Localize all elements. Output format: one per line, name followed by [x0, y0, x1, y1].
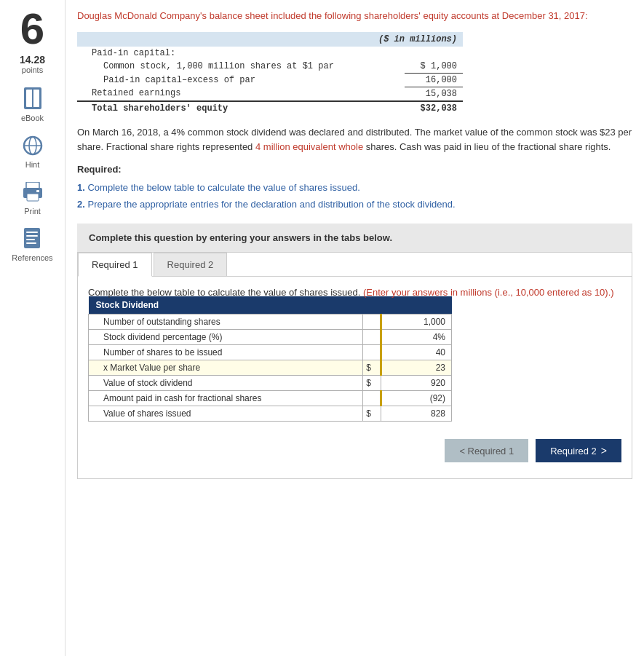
ebook-label: eBook	[21, 114, 44, 122]
table-row: x Market Value per share $ 23	[89, 360, 452, 376]
complete-box: Complete this question by entering your …	[77, 224, 632, 252]
sidebar-item-hint[interactable]: Hint	[20, 133, 46, 169]
tab1-instruction: Complete the below table to calculate th…	[88, 285, 621, 300]
hint-icon	[20, 133, 46, 159]
required-item-1: 1. Complete the below table to calculate…	[77, 179, 632, 196]
val-outstanding[interactable]: 1,000	[381, 315, 451, 330]
tab-required2[interactable]: Required 2	[154, 253, 228, 276]
svg-rect-10	[24, 228, 40, 248]
print-icon	[20, 179, 46, 205]
table-row: Value of shares issued $ 828	[89, 406, 452, 422]
required-header: Required:	[77, 164, 632, 175]
next-chevron: >	[601, 445, 607, 457]
balance-sheet-table: ($ in millions) Paid-in capital: Common …	[77, 32, 463, 115]
sidebar-item-ebook[interactable]: eBook	[20, 86, 46, 122]
points-value: 14.28	[20, 54, 45, 66]
table-row: Amount paid in cash for fractional share…	[89, 391, 452, 406]
val-num-shares[interactable]: 40	[381, 345, 451, 360]
nav-buttons: < Required 1 Required 2 >	[88, 432, 621, 470]
svg-rect-9	[36, 190, 39, 192]
svg-rect-13	[26, 239, 35, 240]
required-list: 1. Complete the below table to calculate…	[77, 179, 632, 213]
tabs-container: Required 1 Required 2 Complete the below…	[77, 252, 632, 480]
table-row: Value of stock dividend $ 920	[89, 376, 452, 391]
th-stock-dividend: Stock Dividend	[89, 296, 363, 315]
references-icon	[19, 226, 45, 252]
tab1-content: Complete the below table to calculate th…	[78, 277, 632, 479]
table-row: Number of shares to be issued 40	[89, 345, 452, 360]
points-label: points	[22, 66, 43, 74]
svg-rect-11	[26, 232, 38, 233]
next-button[interactable]: Required 2 >	[536, 439, 621, 462]
val-cash-fractional[interactable]: (92)	[381, 391, 451, 406]
val-shares-issued: 828	[381, 406, 451, 422]
print-label: Print	[24, 207, 41, 216]
svg-rect-8	[27, 194, 39, 201]
val-pct[interactable]: 4%	[381, 330, 451, 345]
required-item-2: 2. Prepare the appropriate entries for t…	[77, 196, 632, 213]
description-text: On March 16, 2018, a 4% common stock div…	[77, 125, 632, 156]
ebook-icon	[20, 86, 46, 112]
hint-label: Hint	[25, 160, 40, 169]
tabs-header: Required 1 Required 2	[78, 253, 632, 277]
problem-number: 6	[20, 7, 44, 51]
svg-rect-12	[26, 235, 38, 237]
prev-button[interactable]: < Required 1	[445, 439, 528, 462]
table-row: Stock dividend percentage (%) 4%	[89, 330, 452, 345]
svg-rect-14	[26, 242, 36, 244]
tab-required1[interactable]: Required 1	[78, 253, 152, 277]
stock-dividend-table-full: Stock Dividend Number of outstanding sha…	[88, 296, 452, 422]
table-row: Number of outstanding shares 1,000	[89, 315, 452, 330]
sidebar-item-references[interactable]: References	[12, 226, 52, 262]
references-label: References	[12, 253, 52, 262]
val-stock-dividend: 920	[381, 376, 451, 391]
main-content: Douglas McDonald Company's balance sheet…	[65, 0, 644, 656]
val-market-price[interactable]: 23	[381, 360, 451, 376]
sidebar: 6 14.28 points eBook	[0, 0, 65, 656]
sidebar-item-print[interactable]: Print	[20, 179, 46, 216]
question-text: Douglas McDonald Company's balance sheet…	[77, 9, 632, 23]
